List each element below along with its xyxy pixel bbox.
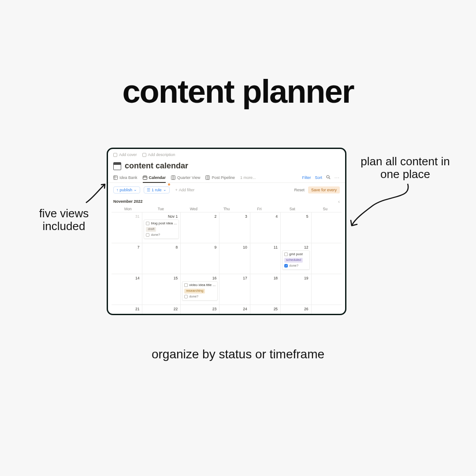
view-tabs: Idea BankCalendarQuarter ViewPost Pipeli… [108,172,345,183]
promo-heading: content planner [0,73,476,110]
calendar-cell[interactable]: 10 [219,243,249,274]
page-icon [284,253,288,256]
done-row: done? [284,264,307,268]
prev-month-button[interactable]: ‹ [338,199,340,204]
calendar-cell[interactable] [311,243,342,274]
calendar-cell[interactable] [311,305,342,315]
reset-button[interactable]: Reset [294,188,305,192]
day-number [313,213,340,214]
rule-filter-pill[interactable]: ☰ 1 rule [144,186,170,193]
day-number: Nov 1 [144,213,179,219]
annotation-left: five views included [29,207,99,232]
save-for-everyone-button[interactable]: Save for every [308,186,340,193]
calendar-cell[interactable]: 8 [142,243,180,274]
day-number: 4 [252,213,279,219]
sort-button[interactable]: Sort [315,175,322,180]
status-tag: scheduled [284,258,303,263]
tab-label: Idea Bank [119,175,138,180]
day-number: 18 [252,275,279,280]
event-card[interactable]: grid postscheduleddone? [282,250,309,270]
event-title: grid post [289,252,303,257]
calendar-cell[interactable]: 18 [250,274,280,305]
day-number: 2 [182,213,218,219]
day-number: 12 [282,244,309,249]
table-icon [113,175,118,180]
checkbox-icon[interactable] [284,264,288,268]
search-icon[interactable] [326,175,331,180]
day-number: 14 [113,275,141,280]
day-number: 15 [144,275,179,280]
done-label: done? [289,264,298,268]
rule-filter-label: 1 rule [152,188,162,192]
day-number: 17 [221,275,248,280]
calendar-cell[interactable]: Nov 1blog post idea ...draftdone? [142,212,180,243]
tab-quarter-view[interactable]: Quarter View [171,175,200,182]
calendar-cell[interactable]: 9 [180,243,219,274]
day-number [313,244,340,245]
svg-rect-0 [114,176,118,180]
done-row: done? [184,294,216,299]
svg-rect-7 [171,176,175,180]
calendar-cell[interactable]: 25 [250,305,280,315]
page-title: content calendar [125,161,188,171]
board-icon [171,175,175,180]
add-description-button[interactable]: Add description [142,152,175,157]
annotation-right: plan all content in one place [356,155,455,180]
svg-line-14 [329,178,330,179]
tab-post-pipeline[interactable]: Post Pipeline [205,175,235,182]
calendar-cell[interactable]: 3 [219,212,249,243]
svg-point-13 [327,175,329,178]
calendar-cell[interactable]: 19 [280,274,311,305]
arrow-up-icon [116,188,119,192]
filter-button[interactable]: Filter [302,175,311,180]
add-filter-button[interactable]: + Add filter [175,188,195,192]
calendar-cell[interactable]: 16video idea title ...researchingdone? [180,274,219,305]
calendar-cell[interactable]: 26 [280,305,311,315]
more-views-button[interactable]: 1 more... [240,175,256,182]
calendar-cell[interactable] [311,274,342,305]
app-window: Add cover Add description content calend… [107,148,346,315]
calendar-cell[interactable]: 24 [219,305,249,315]
done-label: done? [189,294,198,298]
calendar-cell[interactable]: 2 [180,212,219,243]
day-number: 21 [113,306,141,311]
arrow-left-icon [84,183,108,205]
calendar-cell[interactable]: 7 [112,243,142,274]
event-card[interactable]: video idea title ...researchingdone? [182,281,218,301]
page-icon [146,222,149,225]
add-cover-button[interactable]: Add cover [113,152,137,157]
more-menu-button[interactable]: ··· [335,175,340,180]
calendar-grid: 31Nov 1blog post idea ...draftdone?23457… [112,212,342,315]
calendar-cell[interactable]: 5 [280,212,311,243]
publish-sort-pill[interactable]: publish [113,186,140,193]
filter-icon: ☰ [147,188,150,192]
publish-sort-label: publish [120,188,133,192]
calendar-cell[interactable]: 12grid postscheduleddone? [280,243,311,274]
calendar-cell[interactable]: 31 [112,212,142,243]
calendar-cell[interactable] [311,212,342,243]
calendar-cell[interactable]: 4 [250,212,280,243]
tab-idea-bank[interactable]: Idea Bank [113,175,138,182]
dow-label: Thu [210,207,243,211]
calendar-cell[interactable]: 22 [142,305,180,315]
add-cover-label: Add cover [119,152,137,157]
calendar-cell[interactable]: 23 [180,305,219,315]
calendar-cell[interactable]: 14 [112,274,142,305]
chevron-down-icon [134,188,137,192]
calendar-cell[interactable]: 17 [219,274,249,305]
svg-rect-3 [143,176,147,179]
checkbox-icon[interactable] [184,295,188,298]
day-number: 26 [282,306,309,311]
dow-label: Fri [243,207,276,211]
tab-calendar[interactable]: Calendar [143,175,166,183]
calendar-cell[interactable]: 21 [112,305,142,315]
dow-label: Mon [112,207,145,211]
calendar-cell[interactable]: 11 [250,243,280,274]
calendar-cell[interactable]: 15 [142,274,180,305]
dow-label: Wed [177,207,210,211]
checkbox-icon[interactable] [146,233,149,237]
event-card[interactable]: blog post idea ...draftdone? [144,219,179,239]
filter-changed-badge [168,183,170,186]
arrow-right-icon [348,182,414,230]
page-icon [184,283,188,287]
